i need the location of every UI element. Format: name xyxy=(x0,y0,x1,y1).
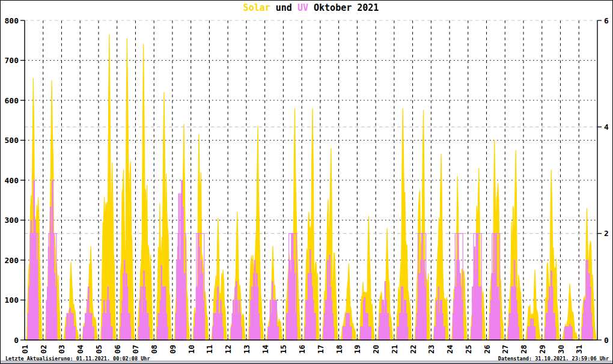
svg-text:09: 09 xyxy=(168,345,177,354)
svg-text:31: 31 xyxy=(575,345,584,354)
svg-text:10: 10 xyxy=(187,345,196,354)
svg-text:21: 21 xyxy=(390,345,399,354)
svg-text:0: 0 xyxy=(604,336,609,345)
svg-text:6: 6 xyxy=(604,16,609,25)
svg-text:500: 500 xyxy=(5,136,19,145)
svg-text:600: 600 xyxy=(5,96,19,105)
svg-text:16: 16 xyxy=(297,345,306,354)
svg-text:30: 30 xyxy=(557,345,566,354)
svg-text:29: 29 xyxy=(538,345,547,354)
svg-text:0: 0 xyxy=(14,336,19,345)
svg-text:05: 05 xyxy=(94,345,103,354)
svg-text:200: 200 xyxy=(5,256,19,265)
svg-text:13: 13 xyxy=(242,345,251,354)
svg-text:26: 26 xyxy=(483,345,492,354)
svg-text:700: 700 xyxy=(5,56,19,65)
bottom-strip xyxy=(1,360,612,363)
svg-text:02: 02 xyxy=(39,345,48,354)
svg-text:08: 08 xyxy=(150,345,159,354)
y-axis-left-labels: 0100200300400500600700800 xyxy=(5,16,19,345)
svg-text:2: 2 xyxy=(604,229,609,238)
plot-svg: 0100200300400500600700800 0246 010203040… xyxy=(1,1,613,364)
svg-text:4: 4 xyxy=(604,123,609,132)
svg-text:28: 28 xyxy=(519,345,528,354)
svg-text:22: 22 xyxy=(409,345,418,354)
svg-text:11: 11 xyxy=(205,345,214,354)
svg-text:27: 27 xyxy=(501,345,510,354)
svg-text:19: 19 xyxy=(353,345,362,354)
svg-text:25: 25 xyxy=(464,345,473,354)
svg-text:03: 03 xyxy=(57,345,66,354)
svg-text:14: 14 xyxy=(261,345,270,354)
svg-text:07: 07 xyxy=(131,345,140,354)
svg-text:01: 01 xyxy=(20,345,29,354)
svg-text:400: 400 xyxy=(5,176,19,185)
chart-canvas: Solar und UV Oktober 2021 01002003004005… xyxy=(0,0,613,364)
svg-text:17: 17 xyxy=(316,345,325,354)
svg-text:800: 800 xyxy=(5,16,19,25)
svg-text:15: 15 xyxy=(279,345,288,354)
svg-text:06: 06 xyxy=(113,345,122,354)
svg-text:100: 100 xyxy=(5,296,19,305)
svg-text:300: 300 xyxy=(5,216,19,225)
svg-text:24: 24 xyxy=(445,345,454,354)
svg-text:23: 23 xyxy=(427,345,436,354)
svg-text:12: 12 xyxy=(224,345,233,354)
x-axis-day-labels: 0102030405060708091011121314151617181920… xyxy=(20,345,584,354)
svg-text:04: 04 xyxy=(76,345,85,354)
y-axis-right-labels: 0246 xyxy=(604,16,609,345)
svg-text:20: 20 xyxy=(371,345,380,354)
svg-text:18: 18 xyxy=(335,345,344,354)
